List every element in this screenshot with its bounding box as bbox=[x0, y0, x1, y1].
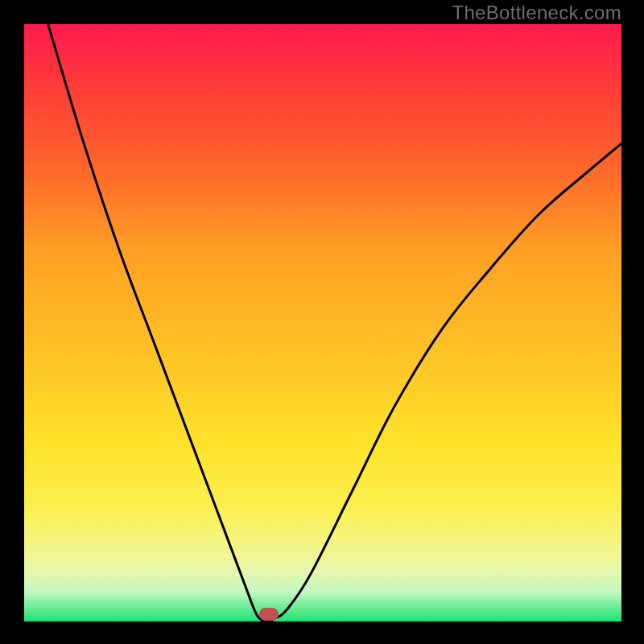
optimal-point-marker bbox=[259, 608, 279, 621]
bottleneck-curve bbox=[48, 24, 621, 622]
watermark-text: TheBottleneck.com bbox=[452, 2, 621, 24]
chart-curve-layer bbox=[0, 0, 644, 644]
chart-frame: TheBottleneck.com bbox=[0, 0, 644, 644]
